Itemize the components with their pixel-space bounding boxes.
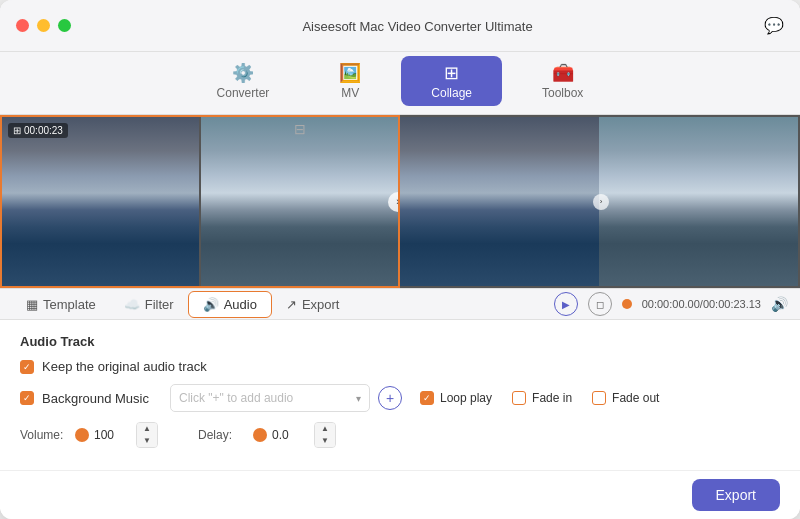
delay-row: Delay: 0.0 ▲ ▼	[198, 422, 336, 448]
tab-filter[interactable]: ☁️ Filter	[110, 292, 188, 317]
split-indicator: ⊟	[294, 121, 306, 137]
delay-down-button[interactable]: ▼	[315, 435, 335, 447]
template-icon: ▦	[26, 297, 38, 312]
filter-icon: ☁️	[124, 297, 140, 312]
tab-audio[interactable]: 🔊 Audio	[188, 291, 272, 318]
video-right-panel: ›	[400, 115, 800, 288]
expand-right-icon[interactable]: ›	[388, 192, 398, 212]
audio-dropdown[interactable]: Click "+" to add audio ▾	[170, 384, 370, 412]
export-button[interactable]: Export	[692, 479, 780, 511]
loop-play-option[interactable]: Loop play	[420, 391, 492, 405]
preview-arrow-icon[interactable]: ›	[593, 194, 609, 210]
app-title: Aiseesoft Mac Video Converter Ultimate	[302, 11, 532, 38]
tab-mv[interactable]: 🖼️ MV	[309, 56, 391, 106]
export-arrow-icon: ↗	[286, 297, 297, 312]
tab-template[interactable]: ▦ Template	[12, 292, 110, 317]
nav-tabs: ⚙️ Converter 🖼️ MV ⊞ Collage 🧰 Toolbox	[0, 52, 800, 114]
video-timestamp: ⊞ 00:00:23	[8, 123, 68, 138]
tab-mv-label: MV	[341, 86, 359, 100]
fade-out-option[interactable]: Fade out	[592, 391, 659, 405]
audio-placeholder: Click "+" to add audio	[179, 391, 293, 405]
tab-converter[interactable]: ⚙️ Converter	[187, 56, 300, 106]
fade-in-option[interactable]: Fade in	[512, 391, 572, 405]
keep-original-label: Keep the original audio track	[42, 359, 207, 374]
add-audio-button[interactable]: +	[378, 386, 402, 410]
bottom-tab-bar: ▦ Template ☁️ Filter 🔊 Audio ↗ Export ▶ …	[0, 288, 800, 320]
tab-toolbox[interactable]: 🧰 Toolbox	[512, 56, 613, 106]
bg-music-label: Background Music	[42, 391, 162, 406]
video-preview-1[interactable]: ›	[400, 117, 599, 286]
delay-value: 0.0	[272, 428, 302, 442]
playback-controls: ▶ ◻ 00:00:00.00/00:00:23.13 🔊	[554, 292, 788, 316]
delay-label: Delay:	[198, 428, 248, 442]
tab-converter-label: Converter	[217, 86, 270, 100]
delay-thumb[interactable]	[253, 428, 267, 442]
volume-down-button[interactable]: ▼	[137, 435, 157, 447]
video-area: ⊞ 00:00:23 ⊟ › ›	[0, 115, 800, 288]
bg-music-checkbox[interactable]	[20, 391, 34, 405]
video-clip-1[interactable]: ⊞ 00:00:23	[2, 117, 199, 286]
delay-up-button[interactable]: ▲	[315, 423, 335, 435]
video-preview-2[interactable]	[599, 117, 798, 286]
volume-label: Volume:	[20, 428, 70, 442]
header-section: Aiseesoft Mac Video Converter Ultimate 💬…	[0, 0, 800, 115]
background-music-row: Background Music Click "+" to add audio …	[20, 384, 780, 412]
volume-stepper[interactable]: ▲ ▼	[136, 422, 158, 448]
fade-out-checkbox[interactable]	[592, 391, 606, 405]
volume-up-button[interactable]: ▲	[137, 423, 157, 435]
delay-stepper[interactable]: ▲ ▼	[314, 422, 336, 448]
video-left-panel: ⊞ 00:00:23 ⊟ ›	[0, 115, 400, 288]
fade-in-checkbox[interactable]	[512, 391, 526, 405]
collage-icon: ⊞	[444, 62, 459, 84]
audio-icon: 🔊	[203, 297, 219, 312]
audio-options: Loop play Fade in Fade out	[420, 391, 659, 405]
tab-collage-label: Collage	[431, 86, 472, 100]
keep-original-checkbox[interactable]	[20, 360, 34, 374]
video-clip-2[interactable]: ⊟ ›	[201, 117, 398, 286]
close-button[interactable]	[16, 19, 29, 32]
mv-icon: 🖼️	[339, 62, 361, 84]
tab-toolbox-label: Toolbox	[542, 86, 583, 100]
time-display: 00:00:00.00/00:00:23.13	[642, 298, 761, 310]
audio-track-title: Audio Track	[20, 334, 780, 349]
footer-bar: Export	[0, 470, 800, 519]
keep-original-row: Keep the original audio track	[20, 359, 780, 374]
chat-icon[interactable]: 💬	[764, 16, 784, 35]
stop-button[interactable]: ◻	[588, 292, 612, 316]
converter-icon: ⚙️	[232, 62, 254, 84]
dropdown-arrow-icon: ▾	[356, 393, 361, 404]
minimize-button[interactable]	[37, 19, 50, 32]
volume-icon[interactable]: 🔊	[771, 296, 788, 312]
volume-value: 100	[94, 428, 124, 442]
tab-export-bottom[interactable]: ↗ Export	[272, 292, 354, 317]
title-bar: Aiseesoft Mac Video Converter Ultimate 💬	[0, 0, 800, 52]
volume-row: Volume: 100 ▲ ▼	[20, 422, 158, 448]
play-button[interactable]: ▶	[554, 292, 578, 316]
audio-panel: Audio Track Keep the original audio trac…	[0, 320, 800, 470]
app-window: Aiseesoft Mac Video Converter Ultimate 💬…	[0, 0, 800, 519]
loop-play-checkbox[interactable]	[420, 391, 434, 405]
traffic-lights	[16, 19, 71, 32]
progress-indicator	[622, 299, 632, 309]
volume-thumb[interactable]	[75, 428, 89, 442]
toolbox-icon: 🧰	[552, 62, 574, 84]
tab-collage[interactable]: ⊞ Collage	[401, 56, 502, 106]
maximize-button[interactable]	[58, 19, 71, 32]
